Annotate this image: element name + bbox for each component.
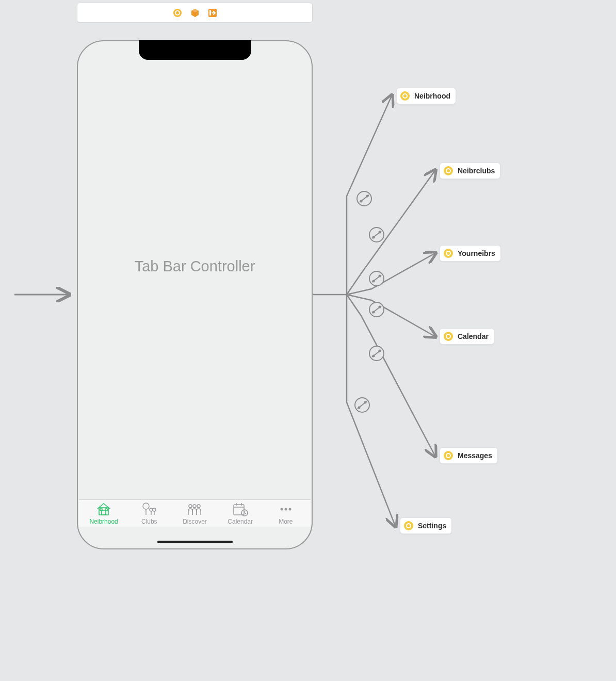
phone-notch <box>139 40 251 60</box>
destination-label: Yourneibrs <box>458 249 495 257</box>
svg-point-1 <box>357 191 371 206</box>
svg-point-13 <box>369 302 384 317</box>
destination-neibrclubs[interactable]: Neibrclubs <box>440 163 500 179</box>
tab-neibrhood[interactable]: Neibrhood <box>81 501 126 525</box>
tab-label: Neibrhood <box>89 518 118 525</box>
tab-discover[interactable]: Discover <box>172 501 217 525</box>
svg-line-2 <box>360 195 369 202</box>
svg-point-11 <box>372 280 375 283</box>
tab-label: Discover <box>183 518 207 525</box>
svg-point-69 <box>407 524 410 527</box>
destination-neibrhood[interactable]: Neibrhood <box>396 88 456 104</box>
viewcontroller-icon <box>443 450 453 461</box>
svg-rect-31 <box>100 509 102 511</box>
svg-line-22 <box>358 401 367 409</box>
svg-point-21 <box>355 398 369 412</box>
svg-point-4 <box>366 195 369 198</box>
segue-bubble <box>369 228 384 242</box>
segue-bubble <box>369 346 384 361</box>
svg-line-14 <box>372 306 381 313</box>
destination-label: Neibrhood <box>414 92 450 100</box>
tab-clubs[interactable]: Clubs <box>126 501 172 525</box>
segue-bubble <box>355 398 369 412</box>
house-icon <box>94 501 113 517</box>
svg-point-33 <box>143 503 149 509</box>
svg-point-3 <box>360 200 363 203</box>
svg-point-12 <box>379 275 381 278</box>
svg-point-7 <box>372 236 375 239</box>
svg-point-35 <box>150 508 153 511</box>
svg-point-16 <box>379 306 381 309</box>
exit-icon[interactable] <box>208 8 217 18</box>
svg-point-15 <box>372 311 375 314</box>
svg-point-41 <box>197 505 200 508</box>
svg-point-24 <box>364 401 367 404</box>
calendar-clock-icon <box>231 501 250 517</box>
svg-point-49 <box>280 508 283 511</box>
svg-line-18 <box>372 350 381 357</box>
viewcontroller-icon <box>443 248 453 258</box>
svg-point-51 <box>288 508 291 511</box>
svg-point-17 <box>369 346 384 361</box>
tree-people-icon <box>140 501 158 517</box>
viewcontroller-icon <box>403 521 414 531</box>
tab-bar-controller-scene[interactable]: Tab Bar Controller Neibrhood Clubs Disco… <box>77 40 313 549</box>
svg-point-39 <box>189 505 192 508</box>
svg-point-63 <box>447 335 450 338</box>
ellipsis-icon <box>277 501 295 517</box>
home-indicator <box>157 541 233 543</box>
tab-more[interactable]: More <box>263 501 309 525</box>
tab-label: Calendar <box>228 518 253 525</box>
svg-point-27 <box>176 11 179 14</box>
destination-label: Calendar <box>458 332 489 340</box>
viewcontroller-icon <box>443 166 453 176</box>
svg-point-8 <box>379 231 381 234</box>
destination-label: Messages <box>458 451 492 460</box>
tab-calendar[interactable]: Calendar <box>218 501 263 525</box>
svg-point-23 <box>358 407 361 409</box>
svg-point-57 <box>447 169 450 172</box>
people-icon <box>185 501 204 517</box>
svg-point-19 <box>372 355 375 358</box>
svg-point-5 <box>369 228 384 242</box>
svg-rect-32 <box>105 509 107 511</box>
viewcontroller-icon <box>400 91 410 101</box>
svg-point-20 <box>379 350 381 352</box>
svg-point-66 <box>447 454 450 457</box>
svg-line-48 <box>245 513 246 514</box>
svg-point-50 <box>284 508 287 511</box>
svg-point-60 <box>447 252 450 255</box>
tab-label: Clubs <box>141 518 157 525</box>
svg-point-37 <box>153 508 156 511</box>
viewcontroller-icon <box>443 331 453 342</box>
scene-dock-toolbar[interactable] <box>77 3 313 23</box>
destination-yourneibrs[interactable]: Yourneibrs <box>440 245 501 262</box>
destination-messages[interactable]: Messages <box>440 447 498 464</box>
svg-line-6 <box>372 231 381 238</box>
destination-label: Settings <box>418 522 446 530</box>
destination-calendar[interactable]: Calendar <box>440 328 494 345</box>
segue-bubble <box>369 271 384 286</box>
screen-title: Tab Bar Controller <box>78 258 312 275</box>
segue-bubble <box>357 191 371 206</box>
svg-rect-42 <box>234 505 244 515</box>
svg-point-9 <box>369 271 384 286</box>
segue-bubble <box>369 302 384 317</box>
tab-label: More <box>279 518 293 525</box>
cube-icon[interactable] <box>190 8 200 18</box>
scene-dock-icon[interactable] <box>173 8 182 18</box>
tab-bar: Neibrhood Clubs Discover Calendar More <box>79 499 311 527</box>
svg-point-40 <box>193 505 196 508</box>
destination-label: Neibrclubs <box>458 167 495 175</box>
destination-settings[interactable]: Settings <box>400 517 452 534</box>
svg-line-10 <box>372 275 381 282</box>
svg-point-54 <box>403 94 407 98</box>
